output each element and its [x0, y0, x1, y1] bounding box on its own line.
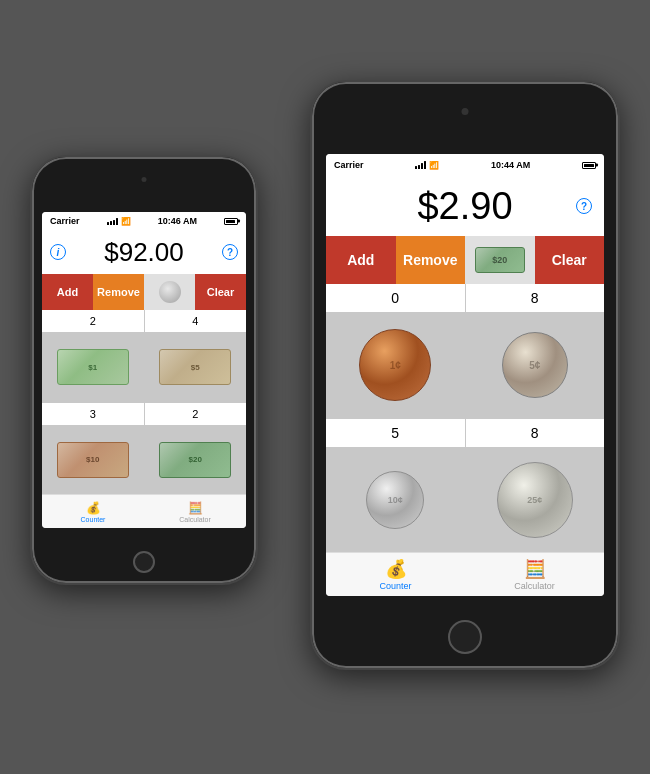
help-button-small[interactable]: ?	[222, 244, 238, 260]
screen-large: Carrier 📶 10:44 AM	[326, 154, 604, 596]
help-button-large[interactable]: ?	[576, 198, 592, 214]
nickel-coin-large: 5¢	[502, 332, 568, 398]
tab-bar-small: 💰 Counter 🧮 Calculator	[42, 494, 246, 528]
time-small: 10:46 AM	[158, 216, 197, 226]
ten-dollar-bill-small: $10	[57, 442, 129, 478]
status-bar-large: Carrier 📶 10:44 AM	[326, 154, 604, 176]
clear-button-small[interactable]: Clear	[195, 274, 246, 310]
one-dollar-bill-small: $1	[57, 349, 129, 385]
tab-counter-small[interactable]: 💰 Counter	[42, 495, 144, 528]
calculator-icon-small: 🧮	[188, 501, 203, 515]
grid-small: 2 4 $1 $5 3 2	[42, 310, 246, 494]
dime-coin-large: 10¢	[366, 471, 424, 529]
battery-icon-large	[582, 162, 596, 169]
cell-quarter-large[interactable]: 25¢	[466, 448, 605, 553]
counter-icon-large: 💰	[385, 558, 407, 580]
counter-label-large: Counter	[379, 581, 411, 591]
time-large: 10:44 AM	[491, 160, 530, 170]
counter-label-small: Counter	[81, 516, 106, 523]
coin-selector-large[interactable]: $20	[465, 236, 535, 284]
grid-large: 0 8 1¢ 5¢ 5 8	[326, 284, 604, 552]
remove-button-small[interactable]: Remove	[93, 274, 144, 310]
count-label-4-large: 8	[466, 419, 605, 447]
cell-nickel-large[interactable]: 5¢	[466, 313, 605, 418]
screen-small: Carrier 📶 10:46 AM	[42, 212, 246, 528]
remove-button-large[interactable]: Remove	[396, 236, 466, 284]
twenty-dollar-bill-small: $20	[159, 442, 231, 478]
tab-counter-large[interactable]: 💰 Counter	[326, 553, 465, 596]
camera-large	[462, 108, 469, 115]
cell-10-dollar-small[interactable]: $10	[42, 426, 144, 495]
add-button-large[interactable]: Add	[326, 236, 396, 284]
battery-icon-small	[224, 218, 238, 225]
camera-small	[142, 177, 147, 182]
status-icons-large: 📶	[415, 161, 439, 170]
selected-bill-large: $20	[475, 247, 525, 273]
carrier-small: Carrier	[50, 216, 80, 226]
wifi-icon-small: 📶	[121, 217, 131, 226]
scene: Carrier 📶 10:46 AM	[0, 0, 650, 774]
quarter-coin-large: 25¢	[497, 462, 573, 538]
clear-button-large[interactable]: Clear	[535, 236, 605, 284]
count-label-1-small: 2	[42, 310, 144, 332]
app-large: Carrier 📶 10:44 AM	[326, 154, 604, 596]
status-icons-small: 📶	[107, 217, 131, 226]
cell-20-dollar-small[interactable]: $20	[145, 426, 247, 495]
calculator-icon-large: 🧮	[524, 558, 546, 580]
amount-small: $92.00	[104, 237, 184, 268]
signal-icon-large	[415, 161, 426, 169]
home-button-large[interactable]	[448, 620, 482, 654]
amount-large: $2.90	[417, 185, 512, 228]
signal-icon-small	[107, 217, 118, 225]
count-label-2-small: 4	[145, 310, 247, 332]
tab-calculator-large[interactable]: 🧮 Calculator	[465, 553, 604, 596]
count-label-4-small: 2	[145, 403, 247, 425]
cell-1-dollar-small[interactable]: $1	[42, 333, 144, 402]
amount-header-large: $2.90 ?	[326, 176, 604, 236]
cell-dime-large[interactable]: 10¢	[326, 448, 465, 553]
carrier-large: Carrier	[334, 160, 364, 170]
cell-5-dollar-small[interactable]: $5	[145, 333, 247, 402]
count-label-1-large: 0	[326, 284, 465, 312]
calculator-label-large: Calculator	[514, 581, 555, 591]
add-button-small[interactable]: Add	[42, 274, 93, 310]
status-bar-small: Carrier 📶 10:46 AM	[42, 212, 246, 230]
counter-icon-small: 💰	[86, 501, 101, 515]
toolbar-small: Add Remove Clear	[42, 274, 246, 310]
five-dollar-bill-small: $5	[159, 349, 231, 385]
toolbar-large: Add Remove $20 Clear	[326, 236, 604, 284]
tab-calculator-small[interactable]: 🧮 Calculator	[144, 495, 246, 528]
wifi-icon-large: 📶	[429, 161, 439, 170]
penny-coin-large: 1¢	[359, 329, 431, 401]
phone-small: Carrier 📶 10:46 AM	[30, 155, 258, 585]
calculator-label-small: Calculator	[179, 516, 211, 523]
count-label-2-large: 8	[466, 284, 605, 312]
amount-header-small: i $92.00 ?	[42, 230, 246, 274]
info-button-small[interactable]: i	[50, 244, 66, 260]
app-small: Carrier 📶 10:46 AM	[42, 212, 246, 528]
coin-selector-small[interactable]	[144, 274, 195, 310]
cell-penny-large[interactable]: 1¢	[326, 313, 465, 418]
tab-bar-large: 💰 Counter 🧮 Calculator	[326, 552, 604, 596]
home-button-small[interactable]	[133, 551, 155, 573]
phone-large: Carrier 📶 10:44 AM	[310, 80, 620, 670]
count-label-3-large: 5	[326, 419, 465, 447]
count-label-3-small: 3	[42, 403, 144, 425]
